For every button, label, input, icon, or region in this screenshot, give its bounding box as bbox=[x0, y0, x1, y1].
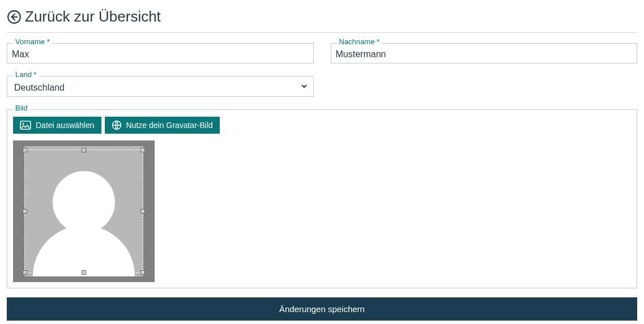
crop-handle-s[interactable] bbox=[82, 270, 86, 275]
lastname-input[interactable] bbox=[336, 44, 633, 63]
lastname-field: Nachname * bbox=[331, 43, 638, 63]
crop-handle-se[interactable] bbox=[140, 270, 145, 275]
svg-point-2 bbox=[22, 123, 24, 125]
arrow-left-circle-icon bbox=[7, 10, 22, 24]
image-icon bbox=[20, 121, 31, 130]
firstname-input[interactable] bbox=[12, 44, 309, 63]
country-select[interactable]: Deutschland bbox=[12, 76, 309, 96]
choose-file-button[interactable]: Datei auswählen bbox=[13, 117, 101, 134]
globe-icon bbox=[112, 120, 122, 130]
use-gravatar-button[interactable]: Nutze dein Gravatar-Bild bbox=[105, 117, 220, 134]
lastname-label: Nachname * bbox=[337, 38, 382, 45]
back-label: Zurück zur Übersicht bbox=[25, 8, 161, 25]
crop-handle-w[interactable] bbox=[23, 209, 27, 214]
firstname-field: Vorname * bbox=[7, 43, 314, 63]
crop-handle-nw[interactable] bbox=[23, 148, 27, 152]
crop-handle-ne[interactable] bbox=[140, 148, 145, 152]
avatar-placeholder bbox=[24, 146, 143, 276]
image-fieldset: Bild Datei auswählen Nutze dein Gravatar… bbox=[7, 109, 637, 288]
image-label: Bild bbox=[13, 104, 30, 112]
gravatar-label: Nutze dein Gravatar-Bild bbox=[126, 121, 213, 130]
save-changes-button[interactable]: Änderungen speichern bbox=[7, 297, 637, 321]
choose-file-label: Datei auswählen bbox=[36, 121, 95, 130]
image-cropper[interactable] bbox=[13, 140, 155, 282]
crop-handle-e[interactable] bbox=[140, 209, 145, 214]
crop-handle-sw[interactable] bbox=[23, 270, 27, 275]
crop-handle-n[interactable] bbox=[82, 148, 86, 152]
back-to-overview-link[interactable]: Zurück zur Übersicht bbox=[7, 8, 637, 33]
country-field: Land * Deutschland bbox=[7, 76, 314, 97]
firstname-label: Vorname * bbox=[13, 38, 52, 45]
country-label: Land * bbox=[13, 71, 39, 78]
